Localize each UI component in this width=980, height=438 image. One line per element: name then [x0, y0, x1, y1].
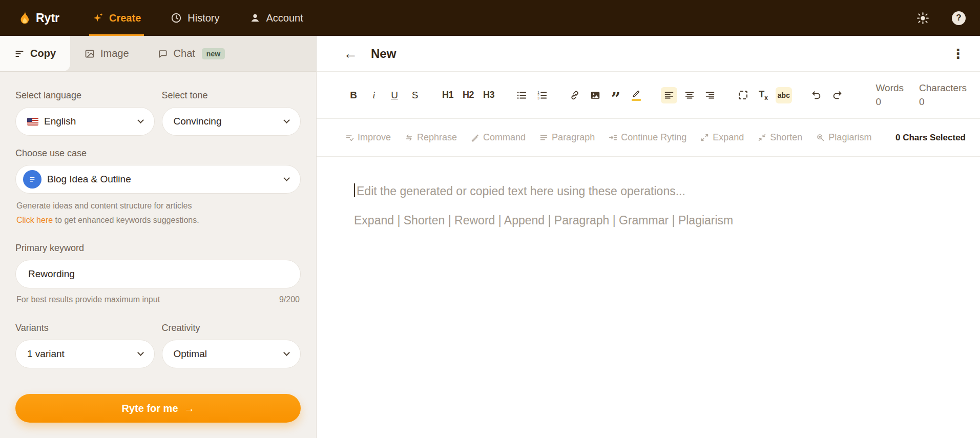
op-shorten[interactable]: Shorten: [758, 132, 802, 143]
content: Copy Image Chat new: [0, 36, 980, 438]
tab-copy[interactable]: Copy: [0, 36, 70, 71]
chevron-down-icon: [283, 117, 290, 123]
creativity-select[interactable]: Optimal: [162, 340, 301, 368]
help-icon[interactable]: ?: [952, 11, 966, 25]
tab-chat-label: Chat: [174, 48, 195, 59]
redo-button[interactable]: [829, 87, 845, 103]
tone-label: Select tone: [162, 90, 301, 101]
align-center-button[interactable]: [681, 87, 698, 103]
variants-label: Variants: [15, 323, 155, 333]
op-plagiarism[interactable]: Plagiarism: [816, 132, 871, 143]
spellcheck-button[interactable]: abc: [776, 87, 792, 103]
bullet-list-button[interactable]: [513, 87, 530, 103]
pencil-icon: [632, 89, 641, 98]
click-here-link[interactable]: Click here: [16, 216, 53, 224]
primary-keyword-input[interactable]: [15, 260, 301, 288]
arrow-right-icon: →: [184, 403, 195, 414]
tab-chat[interactable]: Chat new: [143, 36, 239, 71]
blockquote-button[interactable]: ”: [608, 87, 624, 103]
chevron-down-icon: [283, 175, 290, 181]
op-expand[interactable]: Expand: [700, 132, 744, 143]
chars-selected-status: 0 Chars Selected: [895, 133, 966, 143]
nav-history[interactable]: History: [171, 0, 219, 36]
brand[interactable]: Rytr: [18, 11, 59, 25]
use-case-select[interactable]: Blog Idea & Outline: [15, 165, 301, 194]
undo-button[interactable]: [808, 87, 825, 103]
us-flag-icon: [27, 118, 38, 126]
rephrase-icon: [405, 133, 413, 142]
ordered-list-icon: 123: [536, 90, 548, 101]
align-left-icon: [663, 90, 675, 101]
svg-text:3: 3: [537, 96, 539, 99]
op-continue-ryting[interactable]: Continue Ryting: [609, 132, 686, 143]
text-caret: [354, 183, 355, 197]
tone-select[interactable]: Convincing: [162, 107, 301, 136]
command-wand-icon: [471, 133, 479, 142]
editor-surface[interactable]: Edit the generated or copied text here u…: [317, 157, 980, 438]
ordered-list-button[interactable]: 123: [534, 87, 550, 103]
account-person-icon: [249, 12, 261, 24]
use-case-label: Choose use case: [15, 148, 301, 159]
redo-icon: [831, 90, 843, 101]
expand-icon: [700, 133, 709, 142]
image-icon: [85, 49, 95, 59]
select-all-icon: [739, 91, 747, 99]
align-right-icon: [704, 90, 716, 101]
nav-account[interactable]: Account: [249, 0, 303, 36]
editor-placeholder-line1: Edit the generated or copied text here u…: [354, 183, 949, 198]
sidebar-form: Select language English Select tone Conv…: [0, 72, 316, 423]
align-right-button[interactable]: [702, 87, 718, 103]
keyword-help-text: For best results provide maximum input: [16, 295, 160, 304]
italic-button[interactable]: i: [366, 87, 382, 103]
characters-value: 0: [919, 95, 967, 109]
h2-button[interactable]: H2: [460, 87, 476, 103]
kebab-menu-icon[interactable]: ⋮: [951, 47, 965, 60]
ryte-for-me-button[interactable]: Ryte for me →: [15, 394, 301, 423]
clear-format-button[interactable]: Tx: [755, 87, 772, 103]
nav-create[interactable]: Create: [92, 0, 141, 36]
op-rephrase[interactable]: Rephrase: [405, 132, 457, 143]
color-swatch: [632, 99, 641, 101]
words-value: 0: [876, 95, 904, 109]
h3-button[interactable]: H3: [481, 87, 497, 103]
variants-value: 1 variant: [27, 348, 65, 360]
undo-icon: [811, 90, 822, 101]
app-root: Rytr Create History Account: [0, 0, 980, 438]
underline-button[interactable]: U: [386, 87, 403, 103]
new-badge: new: [202, 48, 225, 59]
h1-button[interactable]: H1: [440, 87, 456, 103]
op-command[interactable]: Command: [471, 132, 526, 143]
link-button[interactable]: [567, 87, 583, 103]
op-improve[interactable]: Improve: [345, 132, 391, 143]
chevron-down-icon: [137, 349, 144, 356]
bold-button[interactable]: B: [345, 87, 362, 103]
nav-history-label: History: [187, 12, 219, 24]
op-paragraph[interactable]: Paragraph: [539, 132, 595, 143]
select-all-button[interactable]: [735, 87, 751, 103]
editor-placeholder-line2: Expand | Shorten | Reword | Append | Par…: [354, 214, 949, 227]
document-title: New: [371, 47, 396, 61]
variants-select[interactable]: 1 variant: [15, 340, 155, 368]
ryte-for-me-label: Ryte for me: [121, 403, 178, 414]
top-nav: Rytr Create History Account: [0, 0, 980, 36]
tab-image[interactable]: Image: [70, 36, 143, 71]
language-select[interactable]: English: [15, 107, 155, 136]
creativity-label: Creativity: [162, 323, 301, 333]
align-center-icon: [684, 90, 695, 101]
keywords-suggestion-text: to get enhanced keywords suggestions.: [53, 216, 199, 224]
tab-copy-label: Copy: [30, 48, 56, 59]
link-icon: [569, 90, 580, 101]
insert-image-button[interactable]: [587, 87, 603, 103]
clear-format-icon: Tx: [759, 89, 768, 101]
strikethrough-button[interactable]: S: [407, 87, 423, 103]
text-color-button[interactable]: [628, 87, 644, 103]
theme-sun-icon[interactable]: [916, 12, 929, 25]
rytr-logo-icon: [18, 11, 31, 25]
back-arrow-icon[interactable]: ←: [343, 47, 358, 61]
continue-ryting-icon: [609, 133, 617, 142]
history-clock-icon: [171, 12, 182, 24]
insert-image-icon: [590, 90, 601, 101]
align-left-button[interactable]: [661, 87, 677, 103]
counters: Words 0 Characters 0: [876, 81, 967, 109]
creativity-value: Optimal: [174, 348, 207, 360]
